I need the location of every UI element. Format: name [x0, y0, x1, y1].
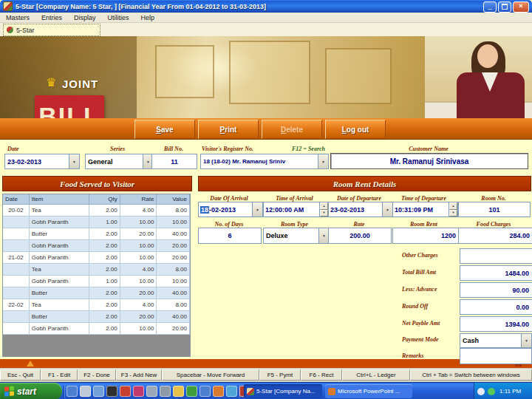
- departure-time-label: Time of Departure: [392, 195, 455, 202]
- table-cell: [3, 287, 30, 299]
- arrival-date-combobox[interactable]: 18-02-2013 ▼: [198, 202, 263, 217]
- minimize-button[interactable]: _: [483, 1, 497, 13]
- spinner-buttons[interactable]: ▲▼: [319, 202, 328, 216]
- task-button-microsoft[interactable]: Microsoft PowerPoint ...: [325, 384, 412, 398]
- bill-no-value: 11: [171, 158, 178, 166]
- series-combobox[interactable]: General ▼: [85, 154, 154, 169]
- bill-no-field[interactable]: 11: [151, 154, 197, 169]
- table-row[interactable]: 21-02Gobh Paranth2.0010.0020.00: [3, 252, 190, 264]
- customer-name-field[interactable]: Mr. Ramanuj Srinivasa: [330, 153, 528, 169]
- table-cell: 21-02: [3, 252, 30, 264]
- close-button[interactable]: ×: [513, 1, 529, 13]
- visitor-register-combobox[interactable]: 18 (18-02) Mr. Ramanuj Sriniv ▼: [200, 154, 329, 169]
- excel-icon[interactable]: [186, 386, 197, 397]
- round-off-field[interactable]: 0.00: [460, 299, 532, 315]
- net-payble-amt-field[interactable]: 1394.00: [460, 316, 532, 332]
- powerpoint-icon: [328, 388, 335, 395]
- spin-up-icon[interactable]: ▲: [449, 202, 457, 210]
- food-charges-field[interactable]: 284.00: [458, 228, 532, 244]
- table-cell: Gobh Paranth: [30, 323, 89, 335]
- divider-strip: [0, 359, 532, 368]
- column-header-rate[interactable]: Rate: [120, 194, 157, 205]
- table-cell: 10.00: [157, 276, 190, 287]
- my-computer-icon[interactable]: [80, 386, 91, 397]
- chevron-down-icon[interactable]: ▼: [69, 154, 79, 168]
- table-row[interactable]: Butter2.0020.0040.00: [3, 311, 190, 323]
- explorer-icon[interactable]: [160, 386, 171, 397]
- column-header-item[interactable]: Item: [30, 194, 89, 205]
- other-charges-field[interactable]: [460, 248, 532, 264]
- spin-up-icon[interactable]: ▲: [320, 202, 328, 210]
- room-no-field[interactable]: 101: [458, 202, 531, 217]
- table-row[interactable]: 20-02Tea2.004.008.00: [3, 205, 190, 216]
- table-row[interactable]: Gobh Paranth1.0010.0010.00: [3, 216, 190, 228]
- restore-button[interactable]: [498, 1, 511, 13]
- ie-icon[interactable]: [200, 386, 211, 397]
- cmd-icon[interactable]: [106, 386, 117, 397]
- total-bill-amt-field[interactable]: 1484.00: [460, 265, 532, 281]
- powerpoint-icon[interactable]: [213, 386, 224, 397]
- tab-5star[interactable]: 5-Star: [3, 24, 100, 36]
- notepad-icon[interactable]: [93, 386, 104, 397]
- folder-icon[interactable]: [173, 386, 184, 397]
- remarks-field[interactable]: [460, 348, 532, 364]
- delete-button[interactable]: Delete: [262, 120, 322, 139]
- column-header-value[interactable]: Value: [157, 194, 190, 205]
- window-title: 5-Star [Company Name: 5 Star, ] [Financi…: [16, 3, 266, 10]
- table-row[interactable]: Gobh Paranth1.0010.0010.00: [3, 276, 190, 287]
- logo-bill-text: BILL: [38, 102, 100, 118]
- table-row[interactable]: Gobh Paranth2.0010.0020.00: [3, 240, 190, 252]
- less-advance-label: Less: Advance: [402, 286, 437, 293]
- globe-icon[interactable]: [146, 386, 157, 397]
- room-rent-field[interactable]: 1200: [392, 228, 460, 244]
- table-cell: 10.00: [120, 216, 157, 228]
- column-header-date[interactable]: Date: [3, 194, 30, 205]
- save-button[interactable]: Save: [134, 120, 195, 139]
- menu-help[interactable]: Help: [135, 14, 161, 21]
- table-row[interactable]: 22-02Tea2.004.008.00: [3, 299, 190, 311]
- chevron-down-icon[interactable]: ▼: [382, 202, 392, 216]
- less-advance-field[interactable]: 90.00: [460, 282, 532, 298]
- room-type-label: Room Type: [263, 221, 326, 228]
- network-icon[interactable]: [488, 388, 495, 395]
- media-icon[interactable]: [133, 386, 144, 397]
- table-row[interactable]: Butter2.0020.0040.00: [3, 287, 190, 299]
- departure-date-combobox[interactable]: 23-02-2013 ▼: [328, 202, 393, 217]
- print-button[interactable]: Print: [198, 120, 259, 139]
- statusbar-hint-f1: F1 - Edit: [41, 369, 78, 381]
- start-button[interactable]: start: [0, 383, 62, 399]
- room-type-combobox[interactable]: Deluxe ▼: [263, 228, 330, 244]
- messenger-icon[interactable]: [66, 386, 78, 397]
- days-field[interactable]: 6: [198, 228, 262, 244]
- task-button-5-star-co[interactable]: 5-Star [Company Na...: [244, 384, 322, 398]
- pen-icon[interactable]: [120, 386, 131, 397]
- total-bill-amt-label: Total Bill Amt: [402, 269, 436, 276]
- table-row[interactable]: Tea2.004.008.00: [3, 264, 190, 276]
- rate-field[interactable]: 200.00: [328, 228, 392, 244]
- chevron-down-icon[interactable]: ▼: [521, 334, 531, 347]
- menu-display[interactable]: Display: [68, 14, 102, 21]
- table-row[interactable]: Butter2.0020.0040.00: [3, 228, 190, 240]
- menu-bar: MastersEntriesDisplayUtilitiesHelp: [0, 13, 532, 23]
- arrival-time-spinner[interactable]: 12:00:00 AM ▲▼: [263, 202, 329, 217]
- menu-entries[interactable]: Entries: [35, 14, 68, 21]
- task-label: Microsoft PowerPoint ...: [338, 388, 400, 395]
- payment-mode-combobox[interactable]: Cash ▼: [460, 333, 532, 348]
- spin-down-icon[interactable]: ▼: [449, 210, 457, 217]
- table-cell: [3, 264, 30, 276]
- log-out-button[interactable]: Log out: [325, 120, 386, 139]
- departure-time-spinner[interactable]: 10:31:09 PM ▲▼: [392, 202, 458, 217]
- column-header-qty[interactable]: Qty: [89, 194, 120, 205]
- menu-masters[interactable]: Masters: [0, 14, 35, 21]
- room-section-header: Room Rent Details: [198, 176, 531, 191]
- word-icon[interactable]: [226, 386, 237, 397]
- date-combobox[interactable]: 23-02-2013 ▼: [4, 154, 80, 169]
- spinner-buttons[interactable]: ▲▼: [449, 202, 457, 216]
- table-row[interactable]: Gobh Paranth2.0010.0020.00: [3, 323, 190, 335]
- chevron-down-icon[interactable]: ▼: [318, 228, 329, 243]
- menu-utilities[interactable]: Utilities: [102, 14, 135, 21]
- spin-down-icon[interactable]: ▼: [320, 210, 328, 217]
- volume-icon[interactable]: [477, 388, 485, 395]
- chevron-down-icon[interactable]: ▼: [318, 154, 328, 168]
- chevron-down-icon[interactable]: ▼: [252, 202, 262, 216]
